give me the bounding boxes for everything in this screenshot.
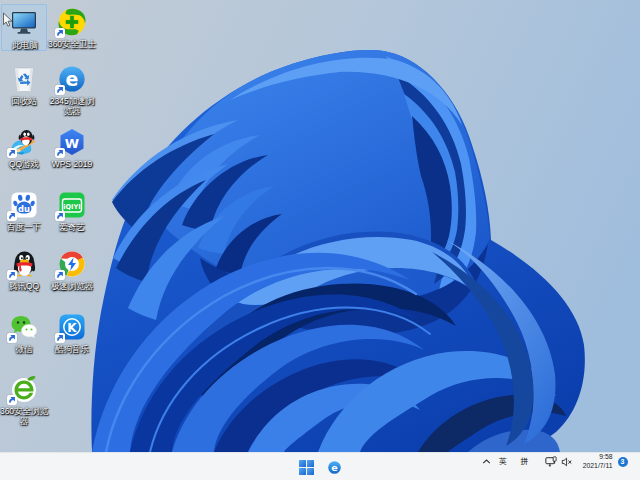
desktop-icon-jisu[interactable]: 极速浏览器: [49, 246, 95, 291]
desktop-icon-label: 此电脑: [0, 40, 51, 50]
desktop-icon-label: 腾讯QQ: [0, 281, 50, 291]
shortcut-arrow-icon: [55, 333, 65, 343]
desktop-icon-label: 百度一下: [0, 222, 50, 232]
shortcut-arrow-icon: [55, 270, 65, 280]
ime-english-indicator[interactable]: 英: [494, 456, 512, 467]
shortcut-arrow-icon: [7, 270, 17, 280]
wallpaper-bloom: [0, 0, 640, 480]
taskbar-clock[interactable]: 9:58 2021/7/11: [583, 453, 613, 470]
desktop-icon-label: 360安全卫士: [47, 39, 98, 49]
desktop-icon-label: 酷狗音乐: [47, 344, 98, 354]
shortcut-arrow-icon: [7, 395, 17, 405]
shortcut-arrow-icon: [7, 211, 17, 221]
desktop-icon-qq[interactable]: 腾讯QQ: [1, 246, 47, 291]
desktop-icon-safe360[interactable]: 360安全卫士: [49, 4, 95, 49]
desktop-icon-label: 360安全浏览器: [0, 406, 50, 426]
desktop-icon-browser2345[interactable]: 2345加速浏览器: [49, 61, 95, 116]
desktop-icon-kugou[interactable]: 酷狗音乐: [49, 309, 95, 354]
shortcut-arrow-icon: [55, 28, 65, 38]
taskbar: 英 拼 9:58 2021/7/11 3: [0, 452, 640, 480]
desktop-icon-label: WPS 2019: [47, 159, 98, 169]
desktop-icon-label: QQ游戏: [0, 159, 50, 169]
system-tray: 英 拼 9:58 2021/7/11 3: [482, 453, 640, 480]
desktop-icon-label: 极速浏览器: [47, 281, 98, 291]
desktop-icon-qqgame[interactable]: QQ游戏: [1, 124, 47, 169]
volume-muted-icon[interactable]: [559, 456, 575, 468]
shortcut-arrow-icon: [55, 211, 65, 221]
mouse-cursor: [2, 12, 14, 29]
ime-pinyin-indicator[interactable]: 拼: [516, 456, 534, 467]
clock-date: 2021/7/11: [583, 462, 613, 470]
browser-taskbar-button[interactable]: [323, 455, 346, 479]
shortcut-arrow-icon: [7, 333, 17, 343]
desktop-icon-label: 回收站: [0, 96, 50, 106]
shortcut-arrow-icon: [55, 148, 65, 158]
start-button[interactable]: [295, 455, 318, 479]
desktop-icon-label: 2345加速浏览器: [47, 96, 98, 116]
tray-hidden-icons-chevron[interactable]: [482, 459, 492, 464]
desktop-icon-wps[interactable]: WPS 2019: [49, 124, 95, 169]
notification-badge[interactable]: 3: [618, 457, 628, 467]
app-icon: [9, 64, 39, 94]
desktop-icon-baidu[interactable]: 百度一下: [1, 187, 47, 232]
desktop-icon-label: 微信: [0, 344, 50, 354]
desktop-icon-label: 爱奇艺: [47, 222, 98, 232]
clock-time: 9:58: [583, 453, 613, 461]
desktop-icon-recycle[interactable]: 回收站: [1, 61, 47, 106]
shortcut-arrow-icon: [7, 148, 17, 158]
shortcut-arrow-icon: [55, 85, 65, 95]
network-icon[interactable]: [543, 456, 559, 468]
desktop: e W: [0, 0, 640, 480]
desktop-icon-wechat[interactable]: 微信: [1, 309, 47, 354]
desktop-icon-browser360[interactable]: 360安全浏览器: [1, 371, 47, 426]
desktop-icon-iqiyi[interactable]: 爱奇艺: [49, 187, 95, 232]
